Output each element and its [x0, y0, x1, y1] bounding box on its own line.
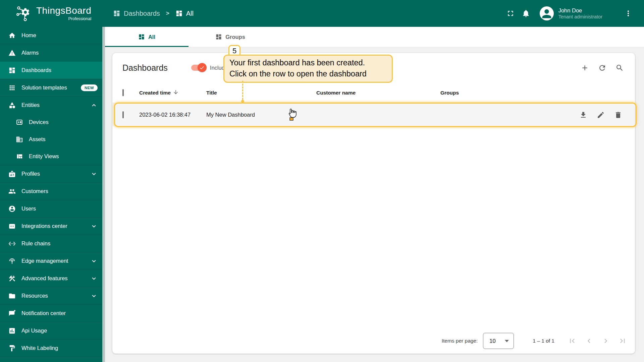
- chevron-down-icon: [90, 257, 98, 265]
- category-icon: [8, 101, 16, 109]
- content-area: Dashboards Include: [105, 47, 644, 362]
- sidebar-item-devices[interactable]: Devices: [0, 114, 102, 131]
- column-created-time[interactable]: Created time: [139, 89, 206, 97]
- table-header: Created time Title Customer name Groups: [112, 82, 635, 103]
- sidebar-item-solution-templates[interactable]: Solution templates NEW: [0, 79, 102, 96]
- view-quilt-icon: [15, 153, 23, 161]
- sidebar-item-api-usage[interactable]: Api Usage: [0, 322, 102, 339]
- sidebar-item-customers[interactable]: Customers: [0, 182, 102, 200]
- chevron-down-icon: [90, 170, 98, 178]
- edit-dashboard-button[interactable]: [592, 107, 609, 123]
- export-dashboard-button[interactable]: [575, 107, 592, 123]
- dashboard-icon: [8, 66, 16, 74]
- refresh-button[interactable]: [593, 60, 611, 75]
- sidebar-item-profiles[interactable]: Profiles: [0, 165, 102, 182]
- app-name: ThingsBoard: [36, 6, 91, 15]
- entity-group-tabs: All Groups: [105, 27, 644, 47]
- dashboard-icon: [113, 10, 120, 17]
- fullscreen-icon: [506, 9, 515, 18]
- input-icon: [8, 222, 16, 230]
- chevron-down-icon: [90, 223, 98, 230]
- sidebar-item-edge-management[interactable]: Edge management: [0, 252, 102, 269]
- sidebar-item-notification-center[interactable]: Notification center: [0, 304, 102, 322]
- sidebar-scrollbar[interactable]: [102, 27, 105, 362]
- chevron-up-icon: [90, 102, 98, 109]
- apps-grid-icon: [8, 84, 16, 92]
- person-circle-icon: [8, 205, 16, 213]
- building-icon: [15, 135, 23, 143]
- dashboard-table-row[interactable]: 2023-06-02 16:38:47 My New Dashboard: [112, 103, 635, 126]
- sidebar-item-home[interactable]: Home: [0, 27, 102, 44]
- page-size-select[interactable]: 10: [483, 333, 514, 349]
- sidebar-menu: Home Alarms Dashboards Solution template…: [0, 27, 102, 362]
- paint-roller-icon: [8, 344, 16, 352]
- app-logo[interactable]: ThingsBoard Professional: [0, 0, 105, 27]
- sidebar-item-integrations-center[interactable]: Integrations center: [0, 217, 102, 235]
- sidebar-item-settings[interactable]: Settings: [0, 357, 102, 362]
- more-menu-button[interactable]: [621, 6, 636, 21]
- last-page-button[interactable]: [614, 333, 631, 349]
- breadcrumb: Dashboards > All: [113, 10, 194, 17]
- topbar-actions: John Doe Tenant administrator: [503, 6, 636, 21]
- sidebar-item-assets[interactable]: Assets: [0, 131, 102, 148]
- search-icon: [615, 64, 624, 72]
- topbar: Dashboards > All John Doe Tenant adminis…: [105, 0, 644, 27]
- select-all-checkbox[interactable]: [122, 89, 124, 96]
- thingsboard-logo-icon: [15, 5, 33, 22]
- column-customer-name[interactable]: Customer name: [316, 90, 440, 96]
- user-menu[interactable]: John Doe Tenant administrator: [558, 7, 602, 20]
- page-title: Dashboards: [122, 63, 168, 73]
- sidebar-item-rule-chains[interactable]: Rule chains: [0, 235, 102, 252]
- first-page-icon: [568, 337, 577, 345]
- folder-icon: [8, 292, 16, 300]
- fullscreen-button[interactable]: [503, 6, 518, 21]
- cell-created-time: 2023-06-02 16:38:47: [139, 112, 206, 118]
- first-page-button[interactable]: [564, 333, 581, 349]
- ethernet-icon: [8, 240, 16, 248]
- row-checkbox[interactable]: [122, 111, 124, 118]
- sidebar-item-alarms[interactable]: Alarms: [0, 44, 102, 61]
- add-dashboard-button[interactable]: [576, 60, 593, 75]
- new-badge: NEW: [81, 84, 98, 91]
- column-groups[interactable]: Groups: [440, 90, 575, 96]
- sidebar: ThingsBoard Professional Home Alarms Das…: [0, 0, 105, 362]
- delete-dashboard-button[interactable]: [609, 107, 627, 123]
- sidebar-item-users[interactable]: Users: [0, 200, 102, 217]
- sidebar-item-white-labeling[interactable]: White Labeling: [0, 339, 102, 357]
- dashboards-card: Dashboards Include: [112, 53, 635, 354]
- chevron-right-icon: [601, 337, 610, 345]
- edit-pencil-icon: [597, 111, 605, 119]
- cell-title: My New Dashboard: [206, 112, 316, 118]
- search-button[interactable]: [611, 60, 628, 75]
- sidebar-item-advanced-features[interactable]: Advanced features: [0, 269, 102, 287]
- sidebar-item-entities[interactable]: Entities: [0, 96, 102, 114]
- last-page-icon: [618, 337, 627, 345]
- chevron-left-icon: [585, 337, 593, 345]
- items-per-page-label: Items per page:: [442, 338, 478, 344]
- include-toggle-wrap: Include: [191, 64, 228, 71]
- previous-page-button[interactable]: [581, 333, 597, 349]
- breadcrumb-dashboards[interactable]: Dashboards: [113, 10, 160, 17]
- person-icon: [540, 7, 553, 20]
- sidebar-item-entity-views[interactable]: Entity Views: [0, 148, 102, 165]
- notifications-button[interactable]: [518, 6, 534, 21]
- tools-icon: [8, 275, 16, 283]
- sidebar-item-dashboards[interactable]: Dashboards: [0, 61, 102, 79]
- paginator: Items per page: 10 1 – 1 of 1: [112, 328, 635, 354]
- include-customers-toggle[interactable]: [191, 64, 206, 71]
- badge-id-icon: [8, 170, 16, 178]
- dashboard-icon: [175, 10, 183, 17]
- column-title[interactable]: Title: [206, 90, 316, 96]
- warning-icon: [8, 49, 16, 57]
- user-name: John Doe: [558, 7, 602, 14]
- row-actions: [575, 107, 635, 123]
- next-page-button[interactable]: [597, 333, 614, 349]
- notifications-bell-icon: [522, 9, 530, 18]
- tab-groups[interactable]: Groups: [189, 27, 272, 47]
- avatar[interactable]: [540, 6, 554, 20]
- app-edition: Professional: [68, 17, 91, 21]
- sidebar-item-resources[interactable]: Resources: [0, 287, 102, 304]
- breadcrumb-all[interactable]: All: [175, 10, 194, 17]
- more-vert-icon: [624, 9, 633, 18]
- tab-all[interactable]: All: [105, 27, 189, 47]
